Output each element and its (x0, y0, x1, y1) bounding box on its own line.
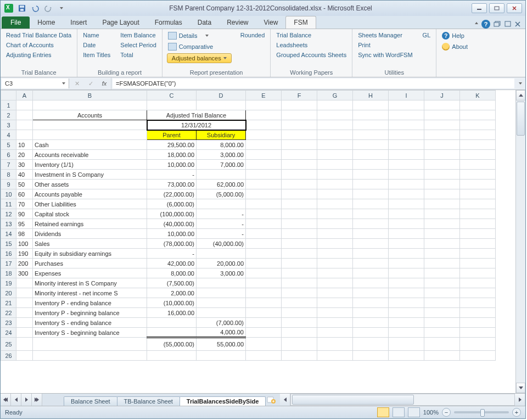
cell[interactable]: (55,000.00) (147, 338, 197, 351)
cell[interactable] (197, 170, 246, 180)
cell[interactable] (246, 120, 282, 130)
cell[interactable] (147, 328, 197, 338)
cell[interactable] (353, 160, 389, 170)
cell[interactable] (282, 239, 317, 249)
cell[interactable]: (7,000.00) (197, 318, 246, 328)
name[interactable]: Name (82, 31, 111, 39)
scroll-up-button[interactable] (516, 90, 525, 100)
col-header-F[interactable]: F (282, 91, 317, 100)
scroll-down-button[interactable] (516, 383, 525, 393)
details-button[interactable]: Details (167, 31, 232, 40)
cell[interactable]: 200 (16, 259, 33, 268)
cell[interactable] (424, 219, 460, 229)
adjusted-balances-button[interactable]: Adjusted balances (167, 53, 232, 63)
cell[interactable]: 8,000.00 (197, 140, 246, 150)
cell[interactable]: - (197, 219, 246, 229)
cell[interactable] (460, 170, 496, 180)
cell[interactable] (353, 338, 389, 351)
cell[interactable] (353, 268, 389, 278)
leadsheets[interactable]: Leadsheets (275, 41, 347, 49)
cell[interactable] (460, 160, 496, 170)
cell[interactable] (317, 249, 353, 259)
read-trial-balance-data[interactable]: Read Trial Balance Data (5, 31, 72, 39)
row-header[interactable]: 7 (1, 160, 16, 170)
cell[interactable] (246, 199, 282, 209)
cell[interactable] (282, 308, 317, 318)
cell[interactable] (317, 209, 353, 219)
mdi-close-icon[interactable] (514, 21, 521, 27)
cell[interactable] (389, 298, 424, 308)
scroll-thumb-h[interactable] (292, 395, 414, 405)
cell[interactable] (197, 278, 246, 288)
cell[interactable] (424, 338, 460, 351)
cell[interactable] (317, 170, 353, 180)
cell[interactable] (353, 180, 389, 189)
cell[interactable]: (100,000.00) (147, 209, 197, 219)
cell[interactable] (282, 170, 317, 180)
col-header-H[interactable]: H (353, 91, 389, 100)
cell[interactable] (389, 209, 424, 219)
cell[interactable]: 73,000.00 (147, 180, 197, 189)
cell[interactable] (246, 278, 282, 288)
cell[interactable]: (7,500.00) (147, 278, 197, 288)
cell[interactable] (424, 150, 460, 160)
cell[interactable]: Minority interest in S Company (33, 278, 147, 288)
cell[interactable] (246, 239, 282, 249)
cell[interactable] (424, 199, 460, 209)
cell[interactable] (460, 229, 496, 239)
tab-data[interactable]: Data (190, 16, 219, 29)
row-header[interactable]: 21 (1, 298, 16, 308)
cell[interactable] (317, 229, 353, 239)
cell[interactable]: 20 (16, 150, 33, 160)
cell[interactable] (282, 100, 317, 110)
about-button[interactable]: About (441, 42, 469, 51)
cell[interactable]: 100 (16, 239, 33, 249)
cell[interactable]: Accounts receivable (33, 150, 147, 160)
cell[interactable] (353, 229, 389, 239)
col-header-E[interactable]: E (246, 91, 282, 100)
cell[interactable] (282, 189, 317, 199)
minimize-button[interactable] (472, 3, 487, 13)
cell[interactable] (317, 351, 353, 361)
normal-view-button[interactable] (377, 407, 389, 417)
cell[interactable] (317, 120, 353, 130)
cell[interactable] (424, 351, 460, 361)
cell[interactable]: 30 (16, 160, 33, 170)
cell[interactable] (246, 229, 282, 239)
cell[interactable] (460, 130, 496, 140)
cell[interactable]: (22,000.00) (147, 189, 197, 199)
cell[interactable] (282, 318, 317, 328)
cell[interactable] (389, 150, 424, 160)
row-header[interactable]: 3 (1, 120, 16, 130)
cell[interactable]: Inventory (1/1) (33, 160, 147, 170)
cell[interactable] (317, 288, 353, 298)
cell[interactable]: 95 (16, 219, 33, 229)
cell[interactable] (389, 229, 424, 239)
cell[interactable] (353, 120, 389, 130)
cell[interactable] (389, 160, 424, 170)
item-balance[interactable]: Item Balance (119, 31, 157, 39)
cell[interactable] (389, 268, 424, 278)
cell[interactable] (197, 249, 246, 259)
cell[interactable]: (5,000.00) (197, 189, 246, 199)
help-button[interactable]: ?Help (441, 31, 469, 40)
cell[interactable] (282, 298, 317, 308)
row-header[interactable]: 16 (1, 249, 16, 259)
cell[interactable] (16, 351, 33, 361)
row-header[interactable]: 15 (1, 239, 16, 249)
cell[interactable]: 55,000.00 (197, 338, 246, 351)
cell[interactable] (460, 288, 496, 298)
row-header[interactable]: 20 (1, 288, 16, 298)
cell[interactable] (460, 268, 496, 278)
cell[interactable] (460, 219, 496, 229)
zoom-out-button[interactable]: − (442, 408, 451, 417)
cell[interactable] (246, 338, 282, 351)
cell[interactable] (424, 110, 460, 120)
formula-input[interactable]: =FSMASOFDATE("0") (113, 79, 514, 88)
cell[interactable] (424, 259, 460, 268)
cell[interactable] (282, 328, 317, 338)
cell[interactable] (197, 298, 246, 308)
maximize-button[interactable] (489, 3, 504, 13)
cell[interactable] (460, 308, 496, 318)
cell[interactable] (246, 298, 282, 308)
